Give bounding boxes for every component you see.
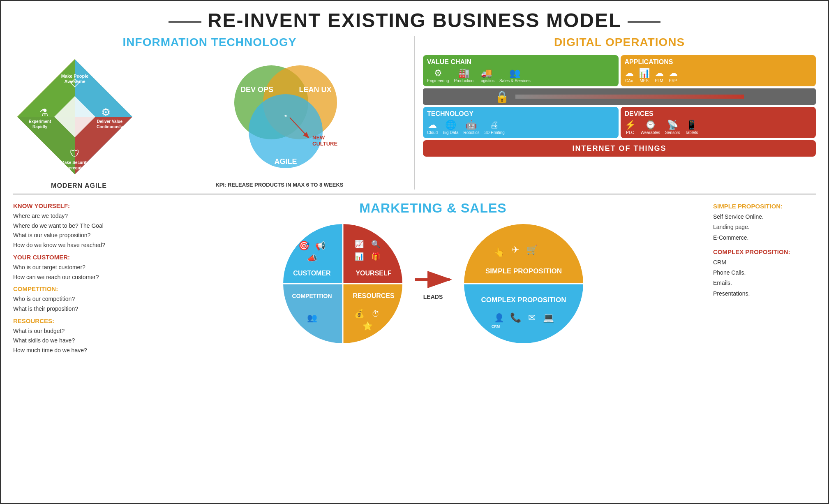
complex-prop-label: COMPLEX PROPOSITION: xyxy=(713,248,790,255)
your-customer-label: YOUR CUSTOMER: xyxy=(13,254,70,261)
svg-text:👥: 👥 xyxy=(307,313,317,323)
vc-engineering: Engineering xyxy=(427,79,449,83)
yc-item-1: Who is our target customer? xyxy=(13,263,153,273)
svg-text:✈: ✈ xyxy=(512,245,519,255)
svg-text:Awesome: Awesome xyxy=(64,79,85,84)
svg-text:RESOURCES: RESOURCES xyxy=(353,292,395,299)
bottom-section: KNOW YOURSELF: Where are we today? Where… xyxy=(13,201,816,356)
svg-text:Make People: Make People xyxy=(61,74,89,79)
svg-text:📞: 📞 xyxy=(510,312,521,323)
svg-text:LEAN UX: LEAN UX xyxy=(299,86,331,94)
svg-text:🔍: 🔍 xyxy=(371,240,381,249)
svg-text:AGILE: AGILE xyxy=(274,157,297,166)
top-section: INFORMATION TECHNOLOGY xyxy=(13,36,816,194)
leads-arrow: LEADS xyxy=(413,267,454,300)
svg-text:⭐: ⭐ xyxy=(362,321,372,331)
it-section: INFORMATION TECHNOLOGY xyxy=(13,36,415,190)
ky-item-1: Where are we today? xyxy=(13,211,153,221)
ms-center: MARKETING & SALES xyxy=(161,201,705,345)
vc-logistics: Logistics xyxy=(478,79,494,83)
agile-diagram: ◇ Make People Awesome ⚙ Deliver Value Co… xyxy=(13,55,136,178)
ms-left-svg: CUSTOMER YOURSELF COMPETITION RESOURCES … xyxy=(281,222,404,345)
svg-text:🛡: 🛡 xyxy=(70,148,80,159)
svg-text:⚙: ⚙ xyxy=(101,106,111,118)
iot-bar: INTERNET OF THINGS xyxy=(423,140,816,157)
svg-text:*: * xyxy=(284,113,287,120)
resources-label: RESOURCES: xyxy=(13,317,54,324)
venn-container: DEV OPS LEAN UX AGILE * xyxy=(218,55,341,178)
competition-label: COMPETITION: xyxy=(13,285,58,292)
svg-text:Continuously: Continuously xyxy=(97,125,123,129)
svg-text:📣: 📣 xyxy=(307,253,317,263)
cp-item-4: Presentations. xyxy=(713,289,816,299)
svg-text:SIMPLE PROPOSITION: SIMPLE PROPOSITION xyxy=(485,267,561,275)
it-content: ◇ Make People Awesome ⚙ Deliver Value Co… xyxy=(13,55,406,190)
kpi-text: KPI: RELEASE PRODUCTS IN MAX 6 TO 8 WEEK… xyxy=(153,182,406,188)
simple-prop-label: SIMPLE PROPOSITION: xyxy=(713,203,783,210)
svg-text:💰: 💰 xyxy=(354,309,364,319)
svg-text:Rapidly: Rapidly xyxy=(32,125,48,129)
page: RE-INVENT EXISTING BUSINESS MODEL INFORM… xyxy=(0,0,829,504)
svg-text:🎁: 🎁 xyxy=(371,252,381,261)
res-item-3: How much time do we have? xyxy=(13,346,153,356)
dev-wearables: Wearables xyxy=(641,130,660,135)
applications-title: APPLICATIONS xyxy=(625,58,812,66)
svg-text:Experiment: Experiment xyxy=(29,119,51,124)
svg-text:CRM: CRM xyxy=(491,324,500,328)
svg-text:Deliver Value: Deliver Value xyxy=(97,119,123,124)
svg-text:⏱: ⏱ xyxy=(372,309,380,318)
svg-text:📢: 📢 xyxy=(315,241,325,251)
tech-cloud: Cloud xyxy=(427,130,438,135)
leads-label: LEADS xyxy=(423,294,443,300)
svg-text:COMPETITION: COMPETITION xyxy=(292,293,332,299)
ms-diagram: CUSTOMER YOURSELF COMPETITION RESOURCES … xyxy=(161,222,705,345)
app-erp: ERP xyxy=(669,79,677,83)
modern-agile-label: MODERN AGILE xyxy=(13,182,145,190)
svg-text:CUSTOMER: CUSTOMER xyxy=(293,270,331,277)
security-bar xyxy=(515,95,744,99)
security-bridge: 🔒 xyxy=(423,88,816,105)
it-title: INFORMATION TECHNOLOGY xyxy=(13,36,406,49)
app-plm: PLM xyxy=(655,79,663,83)
svg-text:YOURSELF: YOURSELF xyxy=(356,270,391,277)
applications-cell: APPLICATIONS ☁ CAx 📊 MES ☁ PLM xyxy=(621,55,816,86)
dev-sensors: Sensors xyxy=(665,130,680,135)
tech-bigdata: Big Data xyxy=(443,130,458,135)
technology-title: TECHNOLOGY xyxy=(427,110,614,118)
comp-item-2: What is their proposition? xyxy=(13,304,153,314)
sp-item-2: Landing page. xyxy=(713,222,816,232)
digital-section: DIGITAL OPERATIONS VALUE CHAIN ⚙ Enginee… xyxy=(415,36,816,190)
proposition-list: SIMPLE PROPOSITION: Self Service Online.… xyxy=(713,201,816,299)
svg-text:💻: 💻 xyxy=(543,312,554,323)
know-yourself-label: KNOW YOURSELF: xyxy=(13,202,70,209)
ky-item-2: Where do we want to be? The Goal xyxy=(13,221,153,231)
ky-item-4: How do we know we have reached? xyxy=(13,240,153,250)
main-title: RE-INVENT EXISTING BUSINESS MODEL xyxy=(13,9,816,32)
ms-right-circle: SIMPLE PROPOSITION COMPLEX PROPOSITION 👆… xyxy=(462,222,585,345)
svg-text:⚗: ⚗ xyxy=(39,107,48,118)
ms-right-svg: SIMPLE PROPOSITION COMPLEX PROPOSITION 👆… xyxy=(462,222,585,345)
dev-plc: PLC xyxy=(626,130,634,135)
cp-item-3: Emails. xyxy=(713,278,816,288)
lock-icon: 🔒 xyxy=(495,90,509,104)
digital-title: DIGITAL OPERATIONS xyxy=(423,36,816,49)
res-item-1: What is our budget? xyxy=(13,326,153,336)
tech-robotics: Robotics xyxy=(464,130,480,135)
venn-diagram: DEV OPS LEAN UX AGILE * xyxy=(218,55,341,183)
vc-sales: Sales & Services xyxy=(499,79,531,83)
cp-item-1: CRM xyxy=(713,257,816,268)
ky-item-3: What is our value proposition? xyxy=(13,231,153,240)
svg-text:✉: ✉ xyxy=(528,312,536,323)
know-yourself-section: KNOW YOURSELF: Where are we today? Where… xyxy=(13,201,153,356)
svg-text:🛒: 🛒 xyxy=(526,244,538,255)
yc-item-2: How can we reach our customer? xyxy=(13,273,153,282)
svg-text:📈: 📈 xyxy=(355,240,364,249)
svg-text:📊: 📊 xyxy=(355,252,364,261)
vc-production: Production xyxy=(454,79,473,83)
svg-text:🎯: 🎯 xyxy=(298,240,309,251)
value-chain-cell: VALUE CHAIN ⚙ Engineering 🏭 Production 🚚 xyxy=(423,55,619,86)
devices-cell: DEVICES ⚡ PLC ⌚ Wearables 📡 Sensors xyxy=(621,107,816,138)
comp-item-1: Who is our competition? xyxy=(13,294,153,304)
sp-item-3: E-Commerce. xyxy=(713,233,816,243)
value-chain-title: VALUE CHAIN xyxy=(427,58,614,66)
